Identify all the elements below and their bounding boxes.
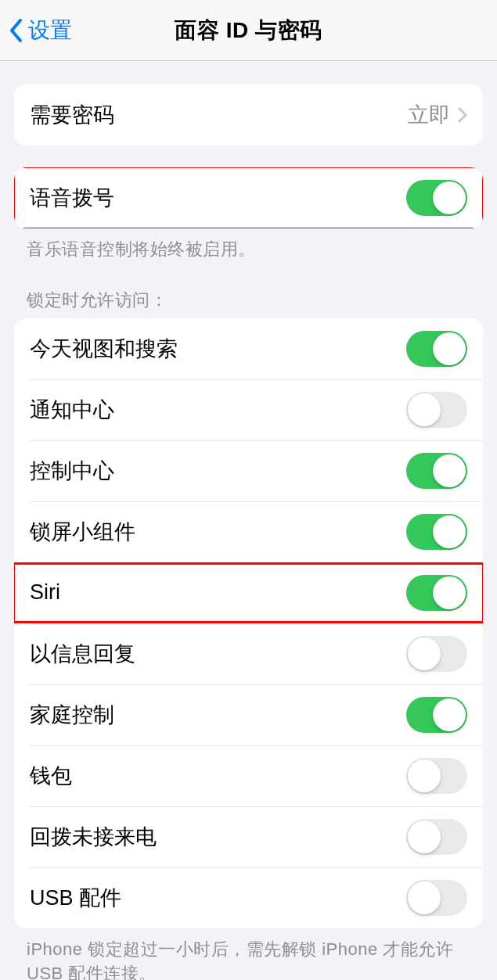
toggle-knob xyxy=(408,637,441,670)
notification-center-label: 通知中心 xyxy=(30,396,114,424)
chevron-left-icon xyxy=(9,19,23,42)
toggle-knob xyxy=(433,332,466,365)
reply-with-message-toggle[interactable] xyxy=(406,636,467,672)
lock-screen-widgets-row: 锁屏小组件 xyxy=(14,501,483,562)
usb-accessories-label: USB 配件 xyxy=(30,884,121,912)
voice-dial-footer: 音乐语音控制将始终被启用。 xyxy=(0,228,497,262)
reply-with-message-label: 以信息回复 xyxy=(30,640,135,668)
lock-access-group: 今天视图和搜索 通知中心 控制中心 锁屏小组件 Siri 以信息回复 家庭控制 xyxy=(14,318,483,928)
toggle-knob xyxy=(433,576,466,609)
siri-row: Siri xyxy=(14,562,483,623)
today-view-label: 今天视图和搜索 xyxy=(30,335,178,363)
home-control-toggle[interactable] xyxy=(406,697,467,733)
back-button[interactable]: 设置 xyxy=(9,16,72,45)
chevron-right-icon xyxy=(458,107,467,123)
usb-accessories-row: USB 配件 xyxy=(14,867,483,928)
wallet-row: 钱包 xyxy=(14,745,483,806)
wallet-toggle[interactable] xyxy=(406,758,467,794)
usb-accessories-toggle[interactable] xyxy=(406,880,467,916)
return-missed-calls-label: 回拨未接来电 xyxy=(30,823,157,851)
navigation-bar: 设置 面容 ID 与密码 xyxy=(0,0,497,61)
toggle-knob xyxy=(408,881,441,914)
toggle-knob xyxy=(408,820,441,853)
voice-dial-label: 语音拨号 xyxy=(30,184,114,212)
usb-footer: iPhone 锁定超过一小时后，需先解锁 iPhone 才能允许 USB 配件连… xyxy=(0,928,497,980)
content-area: 需要密码 立即 语音拨号 音乐语音控制将始终被启用。 锁定时允许访问： 今天视图… xyxy=(0,84,497,980)
reply-with-message-row: 以信息回复 xyxy=(14,623,483,684)
today-view-row: 今天视图和搜索 xyxy=(14,318,483,379)
lock-screen-widgets-toggle[interactable] xyxy=(406,514,467,550)
toggle-knob xyxy=(408,759,441,792)
lock-screen-widgets-label: 锁屏小组件 xyxy=(30,518,135,546)
lock-access-header: 锁定时允许访问： xyxy=(0,262,497,318)
control-center-toggle[interactable] xyxy=(406,453,467,489)
home-control-label: 家庭控制 xyxy=(30,701,114,729)
page-title: 面容 ID 与密码 xyxy=(175,16,322,45)
toggle-knob xyxy=(433,454,466,487)
notification-center-toggle[interactable] xyxy=(406,392,467,428)
voice-dial-row: 语音拨号 xyxy=(14,167,483,228)
passcode-group: 需要密码 立即 xyxy=(14,84,483,145)
home-control-row: 家庭控制 xyxy=(14,684,483,745)
toggle-knob xyxy=(408,393,441,426)
return-missed-calls-row: 回拨未接来电 xyxy=(14,806,483,867)
notification-center-row: 通知中心 xyxy=(14,379,483,440)
toggle-knob xyxy=(433,181,466,214)
voice-dial-group: 语音拨号 xyxy=(14,167,483,228)
return-missed-calls-toggle[interactable] xyxy=(406,819,467,855)
control-center-row: 控制中心 xyxy=(14,440,483,501)
control-center-label: 控制中心 xyxy=(30,457,114,485)
back-label: 设置 xyxy=(28,16,72,45)
toggle-knob xyxy=(433,698,466,731)
require-passcode-row[interactable]: 需要密码 立即 xyxy=(14,84,483,145)
require-passcode-value: 立即 xyxy=(408,101,450,129)
voice-dial-toggle[interactable] xyxy=(406,180,467,216)
require-passcode-label: 需要密码 xyxy=(30,101,114,129)
toggle-knob xyxy=(433,515,466,548)
siri-toggle[interactable] xyxy=(406,575,467,611)
siri-label: Siri xyxy=(30,580,60,605)
today-view-toggle[interactable] xyxy=(406,331,467,367)
wallet-label: 钱包 xyxy=(30,762,72,790)
